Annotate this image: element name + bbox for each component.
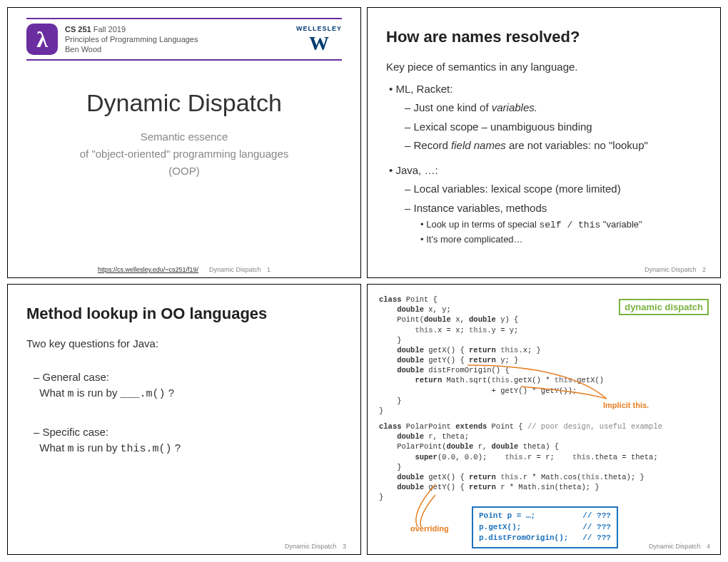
intro: Key piece of semantics in any language.: [386, 59, 702, 76]
subtitle-1: Semantic essence: [26, 128, 342, 145]
subtitle-2: of "object-oriented" programming languag…: [26, 145, 342, 163]
page-number: 3: [343, 543, 346, 550]
logo-text: WELLESLEY: [296, 25, 342, 32]
slide-title: Method lookup in OO languages: [26, 305, 342, 323]
footer: Dynamic Dispatch 2: [368, 266, 706, 273]
slide-1: λ CS 251 Fall 2019 Principles of Program…: [7, 7, 361, 278]
slide-title: How are names resolved?: [386, 28, 702, 46]
overriding-callout: overriding: [410, 524, 449, 533]
ml-d3: Record field names are not variables: no…: [405, 138, 702, 154]
lambda-icon: λ: [26, 24, 58, 55]
intro: Two key questions for Java:: [26, 336, 342, 352]
usage-code-box: Point p = …; // ??? p.getX(); // ??? p.d…: [472, 506, 618, 548]
footer-label: Dynamic Dispatch: [209, 266, 261, 273]
subtitle-3: (OOP): [26, 163, 342, 180]
footer-label: Dynamic Dispatch: [649, 543, 701, 550]
bullet-java: Java, …: Local variables: lexical scope …: [389, 163, 702, 247]
logo-w: W: [309, 34, 329, 53]
code-polarpoint: class PolarPoint extends Point { // poor…: [379, 422, 712, 502]
specific-case: Specific case: What m is run by this.m()…: [34, 424, 342, 458]
header-bar: λ CS 251 Fall 2019 Principles of Program…: [26, 18, 342, 61]
ml-d1: Just one kind of variables.: [405, 100, 702, 116]
footer-label: Dynamic Dispatch: [285, 543, 337, 550]
course-url[interactable]: https://cs.wellesley.edu/~cs251/f19/: [98, 266, 198, 273]
course-info: CS 251 Fall 2019 Principles of Programmi…: [65, 24, 296, 55]
bullet-ml: ML, Racket: Just one kind of variables. …: [389, 81, 702, 154]
slide-2: How are names resolved? Key piece of sem…: [367, 7, 721, 278]
course-code: CS 251: [65, 25, 91, 34]
java-d1: Local variables: lexical scope (more lim…: [405, 181, 702, 198]
java-s2: It's more complicated…: [420, 233, 702, 247]
implicit-this-callout: Implicit this.: [603, 401, 649, 409]
instructor: Ben Wood: [65, 44, 296, 54]
footer: Dynamic Dispatch 4: [368, 543, 710, 550]
page-number: 1: [267, 266, 271, 273]
ml-d2: Lexical scope – unambiguous binding: [405, 119, 702, 136]
dynamic-dispatch-badge: dynamic dispatch: [619, 299, 709, 315]
footer: https://cs.wellesley.edu/~cs251/f19/ Dyn…: [8, 266, 360, 273]
footer-label: Dynamic Dispatch: [644, 266, 697, 273]
general-case: General case: What m is run by ___.m() ?: [34, 369, 342, 403]
footer: Dynamic Dispatch 3: [8, 543, 346, 550]
slide-title: Dynamic Dispatch: [26, 89, 342, 117]
slide-4: dynamic dispatch class Point { double x,…: [367, 284, 721, 555]
page-number: 4: [707, 543, 710, 550]
java-s1: Look up in terms of special self / this …: [420, 218, 702, 233]
course-title: Principles of Programming Languages: [65, 34, 296, 44]
term: Fall 2019: [91, 25, 126, 34]
java-d2: Instance variables, methods Look up in t…: [405, 200, 702, 247]
wellesley-logo: WELLESLEY W: [296, 25, 342, 53]
page-number: 2: [702, 266, 706, 273]
slide-3: Method lookup in OO languages Two key qu…: [7, 284, 361, 555]
